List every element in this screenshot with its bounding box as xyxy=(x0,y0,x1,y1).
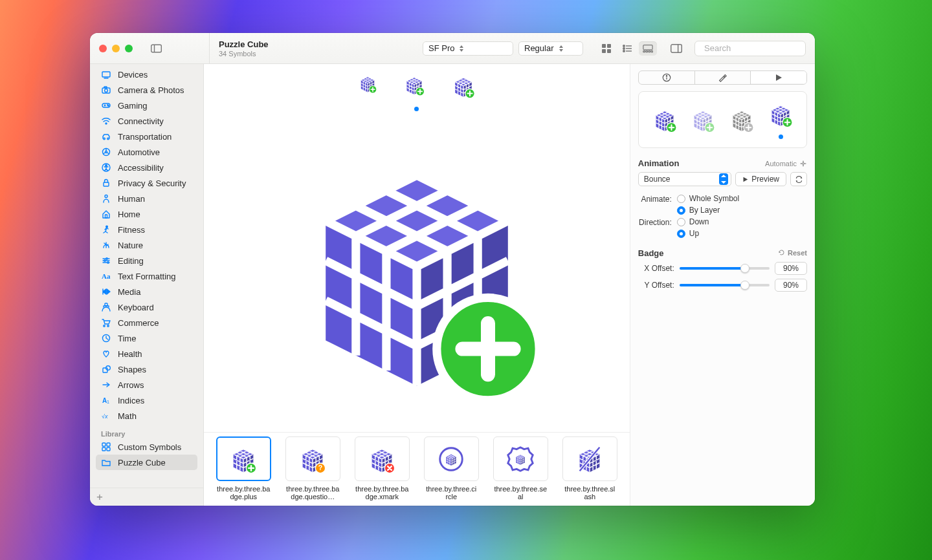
sparkle-icon xyxy=(799,160,807,167)
close-window[interactable] xyxy=(99,45,107,52)
sidebar-item-health[interactable]: Health xyxy=(96,346,197,361)
svg-rect-16 xyxy=(649,50,650,52)
traffic-lights xyxy=(99,45,133,52)
sidebar-item-accessibility[interactable]: Accessibility xyxy=(96,160,197,175)
font-family-select[interactable]: SF Pro xyxy=(423,41,513,56)
sidebar-item-human[interactable]: Human xyxy=(96,191,197,206)
svg-rect-69 xyxy=(107,447,110,451)
size-indicator-dot xyxy=(414,107,419,111)
sidebar-item-media[interactable]: Media xyxy=(96,284,197,299)
svg-rect-5 xyxy=(602,49,606,53)
svg-point-41 xyxy=(105,165,107,166)
svg-rect-68 xyxy=(102,447,105,451)
direction-label: Direction: xyxy=(638,217,677,227)
sidebar-library-item-custom-symbols[interactable]: Custom Symbols xyxy=(96,439,197,455)
sidebar-item-privacy-security[interactable]: Privacy & Security xyxy=(96,175,197,191)
inspector-tabs xyxy=(638,70,807,85)
sidebar-item-math[interactable]: √xMath xyxy=(96,408,197,424)
titlebar: Puzzle Cube 34 Symbols SF Pro Regular xyxy=(90,33,815,64)
thumbnail[interactable]: three.by.three.circle xyxy=(419,436,483,502)
direction-option-up[interactable]: Up xyxy=(677,229,807,238)
svg-text:Aa: Aa xyxy=(102,272,111,280)
view-grid-button[interactable] xyxy=(597,41,616,56)
sidebar-item-automotive[interactable]: Automotive xyxy=(96,144,197,160)
svg-rect-17 xyxy=(651,50,653,52)
sidebar-item-home[interactable]: Home xyxy=(96,206,197,222)
view-gallery-button[interactable] xyxy=(639,41,657,56)
sidebar-item-time[interactable]: Time xyxy=(96,330,197,346)
preview-variant-4 xyxy=(767,101,794,128)
add-library-button[interactable]: + xyxy=(96,491,103,504)
search-input[interactable] xyxy=(704,43,813,53)
loop-button[interactable] xyxy=(790,172,807,186)
title-stack: Puzzle Cube 34 Symbols xyxy=(219,39,269,58)
animation-type-select[interactable]: Bounce xyxy=(638,172,732,186)
sidebar-item-camera-photos[interactable]: Camera & Photos xyxy=(96,82,197,98)
svg-point-43 xyxy=(105,195,107,198)
xoffset-label: X Offset: xyxy=(638,264,674,273)
sidebar-item-connectivity[interactable]: Connectivity xyxy=(96,113,197,129)
thumbnail[interactable]: three.by.three.seal xyxy=(489,436,553,502)
svg-point-51 xyxy=(104,260,105,261)
animate-option-by-layer[interactable]: By Layer xyxy=(677,206,807,215)
thumbnail[interactable]: three.by.three.slash xyxy=(558,436,622,502)
svg-rect-13 xyxy=(643,45,652,49)
toggle-inspector-button[interactable] xyxy=(667,41,685,56)
app-window: Puzzle Cube 34 Symbols SF Pro Regular xyxy=(90,33,815,506)
yoffset-slider[interactable] xyxy=(680,284,770,286)
svg-line-38 xyxy=(104,153,105,154)
sidebar-item-keyboard[interactable]: Keyboard xyxy=(96,299,197,315)
yoffset-value[interactable]: 90% xyxy=(775,279,807,292)
sidebar-item-editing[interactable]: Editing xyxy=(96,253,197,268)
svg-rect-18 xyxy=(671,44,682,52)
xoffset-slider[interactable] xyxy=(680,267,770,270)
inspector: Animation Automatic Bounce Preview Anima… xyxy=(630,64,815,506)
inspector-tab-info[interactable] xyxy=(639,71,695,84)
sidebar-item-devices[interactable]: Devices xyxy=(96,67,197,82)
sidebar-item-transportation[interactable]: Transportation xyxy=(96,129,197,144)
preview-animation-button[interactable]: Preview xyxy=(735,172,786,186)
sidebar-item-nature[interactable]: Nature xyxy=(96,237,197,253)
reset-badge-button[interactable]: Reset xyxy=(778,249,807,257)
thumbnail[interactable]: ?three.by.three.badge.questio… xyxy=(281,436,345,502)
sidebar-item-commerce[interactable]: Commerce xyxy=(96,315,197,330)
inspector-tab-appearance[interactable] xyxy=(695,71,751,84)
canvas-large-symbol xyxy=(274,124,559,409)
thumbnail[interactable]: three.by.three.badge.xmark xyxy=(350,436,414,502)
sidebar-item-gaming[interactable]: Gaming xyxy=(96,98,197,113)
svg-point-25 xyxy=(105,89,108,92)
xoffset-value[interactable]: 90% xyxy=(775,262,807,275)
preview-variant-2 xyxy=(689,106,716,133)
animation-mode-label: Automatic xyxy=(765,160,797,167)
sidebar-item-indices[interactable]: A1Indices xyxy=(96,393,197,408)
preview-size-medium xyxy=(403,73,426,96)
thumbnail-strip: three.by.three.badge.plus?three.by.three… xyxy=(204,432,630,506)
svg-point-31 xyxy=(108,105,109,106)
zoom-window[interactable] xyxy=(125,45,133,52)
svg-rect-6 xyxy=(607,49,611,53)
view-list-button[interactable] xyxy=(618,41,636,56)
sidebar-item-text-formatting[interactable]: AaText Formatting xyxy=(96,268,197,284)
minimize-window[interactable] xyxy=(112,45,120,52)
direction-option-down[interactable]: Down xyxy=(677,217,807,226)
svg-point-48 xyxy=(106,258,107,259)
sidebar-footer: + xyxy=(90,488,203,506)
sidebar-library-item-puzzle-cube[interactable]: Puzzle Cube xyxy=(96,455,197,470)
svg-line-39 xyxy=(107,153,109,154)
search-field[interactable] xyxy=(694,41,806,56)
sidebar-item-shapes[interactable]: Shapes xyxy=(96,361,197,377)
preview-size-small xyxy=(357,73,378,94)
animate-option-whole-symbol[interactable]: Whole Symbol xyxy=(677,194,807,203)
sidebar-item-fitness[interactable]: Fitness xyxy=(96,222,197,237)
svg-point-58 xyxy=(107,325,109,327)
animation-preview-box xyxy=(638,91,807,148)
thumbnail[interactable]: three.by.three.badge.plus xyxy=(212,436,276,502)
badge-section-label: Badge xyxy=(638,248,664,258)
sidebar: DevicesCamera & PhotosGamingConnectivity… xyxy=(90,64,204,506)
sidebar-item-arrows[interactable]: Arrows xyxy=(96,377,197,393)
toggle-sidebar-button[interactable] xyxy=(147,41,165,56)
font-weight-select[interactable]: Regular xyxy=(518,41,583,56)
svg-rect-3 xyxy=(602,44,606,48)
inspector-tab-animation[interactable] xyxy=(751,71,806,84)
svg-text:1: 1 xyxy=(107,400,109,404)
